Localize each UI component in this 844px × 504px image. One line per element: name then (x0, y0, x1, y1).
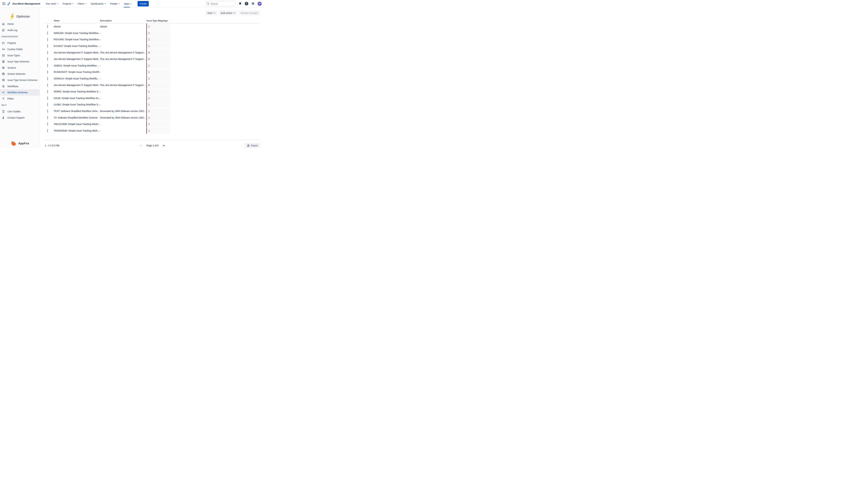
row-checkbox[interactable] (47, 103, 48, 106)
row-checkbox[interactable] (47, 109, 48, 113)
sidebar-item-projects[interactable]: Projects (0, 40, 40, 46)
sidebar-menu: HomeAudit LogCONFIGURATIONProjectsAaCust… (0, 21, 40, 121)
scheme-description: - (100, 77, 147, 80)
create-button[interactable]: Create (138, 1, 149, 6)
table-row[interactable]: Jira Service Management IT Support Work.… (45, 49, 260, 56)
scheme-name: KUVAST: Simple Issue Tracking Workflow .… (54, 45, 100, 48)
table-row[interactable]: Jira Service Management IT Support Work.… (45, 56, 260, 62)
sidebar-item-workflow-schemes[interactable]: Workflow Schemes (0, 89, 40, 96)
table-row[interactable]: KUVAST: Simple Issue Tracking Workflow .… (45, 43, 260, 49)
sidebar-item-screen-schemes[interactable]: Screen Schemes (0, 71, 40, 77)
table-row[interactable]: POVURO: Simple Issue Tracking Workflow..… (45, 36, 260, 43)
appfox-title: AppFox (18, 142, 29, 145)
row-checkbox[interactable] (47, 129, 48, 132)
nav-item-projects[interactable]: Projects (61, 0, 76, 7)
chevron-down-icon (57, 3, 58, 4)
notifications-button[interactable] (239, 2, 242, 5)
row-checkbox[interactable] (47, 57, 48, 61)
row-checkbox[interactable] (47, 84, 48, 87)
sidebar-item-screens[interactable]: Screens (0, 65, 40, 71)
table-row[interactable]: T644533548: Simple Issue Tracking Work..… (45, 127, 260, 134)
row-checkbox[interactable] (47, 77, 48, 80)
search-box[interactable] (205, 1, 236, 6)
sidebar-item-custom-fields[interactable]: AaCustom Fields (0, 46, 40, 52)
row-checkbox[interactable] (47, 90, 48, 93)
view-dropdown[interactable]: View (205, 11, 217, 15)
workflows-icon (2, 85, 5, 88)
issue-type-mappings-cell: 1 (147, 75, 170, 82)
sidebar-item-label: Issue Type Screen Schemes (7, 79, 37, 82)
table-row[interactable]: UDWULH: Simple Issue Tracking Workflo...… (45, 75, 260, 82)
sidebar-item-home[interactable]: Home (0, 21, 40, 27)
scheme-description: - (100, 71, 147, 73)
table-row[interactable]: JOIBZA: Simple Issue Tracking Workflow .… (45, 62, 260, 69)
sidebar-item-label: Custom Fields (7, 48, 22, 51)
row-range-label: 1 - 17 of 1768 (45, 144, 59, 147)
review-changes-button[interactable]: Review changes (239, 11, 260, 15)
sidebar-item-user-guides[interactable]: User Guides (0, 108, 40, 115)
optimizer-bolt-icon (10, 13, 15, 20)
nav-item-dashboards[interactable]: Dashboards (89, 0, 108, 7)
sidebar-item-label: User Guides (7, 110, 21, 113)
appfox-fox-icon (11, 141, 17, 146)
search-input[interactable] (210, 2, 234, 5)
table-row[interactable]: Jira Service Management IT Support Work.… (45, 82, 260, 88)
sidebar-item-label: Workflows (7, 85, 18, 88)
chevron-down-icon (213, 13, 215, 14)
row-checkbox[interactable] (47, 70, 48, 74)
row-checkbox[interactable] (47, 38, 48, 41)
column-header-description: Description (99, 20, 145, 22)
sidebar-item-contact-support[interactable]: Contact Support (0, 115, 40, 121)
settings-button[interactable] (251, 2, 255, 5)
nav-item-people[interactable]: People (108, 0, 122, 7)
table-row[interactable]: T601107899: Simple Issue Tracking Workf.… (45, 121, 260, 127)
table-row[interactable]: LAJBU: Simple Issue Tracking Workflow S.… (45, 101, 260, 108)
user-avatar[interactable]: JR (258, 2, 262, 6)
scheme-description: classic (100, 25, 147, 28)
row-checkbox[interactable] (47, 96, 48, 100)
row-checkbox[interactable] (47, 122, 48, 126)
row-checkbox[interactable] (47, 64, 48, 67)
row-checkbox[interactable] (47, 44, 48, 48)
sidebar-item-issue-type-screen-schemes[interactable]: Issue Type Screen Schemes (0, 77, 40, 83)
scheme-name: Jira Service Management IT Support Work.… (54, 51, 100, 54)
export-button[interactable]: Export (245, 143, 260, 148)
next-page-button[interactable] (162, 144, 165, 147)
table-row[interactable]: HAUR: Simple Issue Tracking Workflow Sc.… (45, 95, 260, 102)
help-button[interactable]: ? (245, 2, 248, 5)
table-row[interactable]: TEST: Software Simplified Workflow Sche.… (45, 108, 260, 114)
row-checkbox[interactable] (47, 31, 48, 35)
nav-item-your-work[interactable]: Your work (44, 0, 61, 7)
sidebar-item-workflows[interactable]: Workflows (0, 83, 40, 89)
row-checkbox[interactable] (47, 51, 48, 54)
table-row[interactable]: classicclassic1 (45, 23, 260, 30)
scheme-description: Generated by JIRA Software version 1001.… (100, 116, 147, 119)
help-icon: ? (245, 2, 248, 5)
sidebar-item-label: Screens (7, 67, 16, 69)
scheme-name: JOIBZA: Simple Issue Tracking Workflow .… (54, 64, 100, 67)
sidebar-item-filters[interactable]: Filters (0, 96, 40, 102)
row-checkbox[interactable] (47, 116, 48, 120)
nav-item-apps[interactable]: Apps (122, 0, 134, 7)
table-row[interactable]: WARJAD: Simple Issue Tracking Workflow..… (45, 30, 260, 36)
column-header-name: Name (52, 20, 99, 22)
table-row[interactable]: T2: Software Simplified Workflow SchemeG… (45, 114, 260, 121)
sidebar-item-issue-types[interactable]: Issue Types (0, 52, 40, 58)
table-row[interactable]: RUNGOKOT: Simple Issue Tracking Workfl..… (45, 69, 260, 75)
sidebar-item-label: Workflow Schemes (7, 91, 28, 94)
arrow-right-icon (162, 144, 165, 147)
sidebar-item-issue-type-schemes[interactable]: Issue Type Schemes (0, 58, 40, 65)
jira-logo[interactable]: Jira Work Management (7, 2, 40, 5)
prev-page-button[interactable] (140, 144, 143, 147)
row-checkbox[interactable] (47, 25, 48, 28)
main-content: View Bulk action Review changes Name Des… (40, 7, 265, 148)
table-row[interactable]: WORR: Simple Issue Tracking Workflow S..… (45, 88, 260, 95)
bulk-action-dropdown[interactable]: Bulk action (219, 11, 237, 15)
sidebar-item-audit-log[interactable]: Audit Log (0, 27, 40, 33)
app-switcher-button[interactable] (2, 1, 6, 6)
chevron-down-icon (72, 3, 74, 4)
scheme-description: - (100, 123, 147, 125)
scheme-description: - (100, 38, 147, 41)
nav-item-filters[interactable]: Filters (75, 0, 89, 7)
sidebar-item-label: Filters (7, 97, 14, 100)
